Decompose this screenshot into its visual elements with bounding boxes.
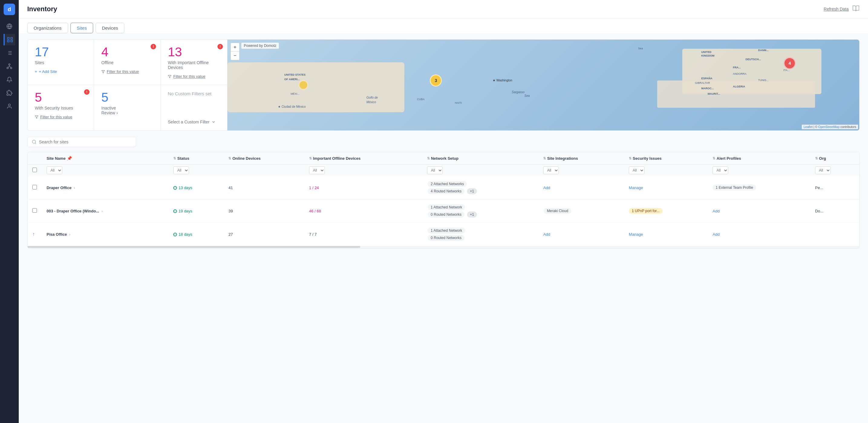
th-alerts: ⇅ Alert Profiles [708, 152, 810, 164]
row1-status: 13 days [168, 176, 223, 200]
filter-org-cell: All [810, 164, 859, 176]
sort-icon: ⇅ [713, 156, 715, 160]
filter-network-cell: All [422, 164, 538, 176]
filter-org-select[interactable]: All [815, 167, 831, 174]
svg-line-17 [9, 66, 11, 67]
row2-add-alert[interactable]: Add [713, 209, 719, 213]
row3-add-integration[interactable]: Add [543, 232, 550, 237]
map-attribution: Leaflet | © OpenStreetMap contributors [802, 125, 858, 129]
leaflet-link[interactable]: Leaflet [804, 125, 813, 129]
sidebar-item-puzzle[interactable] [4, 87, 15, 99]
th-checkbox [28, 152, 42, 164]
map-background: UNITED STATES OF AMERI... ★ Washington M… [227, 40, 859, 130]
map-cluster-us-east[interactable]: 3 [430, 74, 442, 87]
svg-rect-5 [10, 40, 12, 42]
row3-manage-security[interactable]: Manage [629, 232, 643, 237]
security-filter-button[interactable]: Filter for this value [35, 115, 87, 119]
status-online-icon [173, 233, 177, 236]
sites-count: 17 [35, 46, 87, 58]
row2-online: 39 [223, 200, 304, 223]
row2-checkbox[interactable] [32, 208, 37, 213]
svg-line-16 [7, 66, 9, 67]
sites-table: Site Name 📌 ⇅ Status [27, 152, 860, 249]
sidebar-item-bell[interactable] [4, 74, 15, 85]
row1-offline: 1 / 24 [304, 176, 422, 200]
sidebar-item-network[interactable] [4, 61, 15, 72]
sidebar-item-list[interactable] [4, 47, 15, 59]
security-alert-icon: ! [84, 89, 90, 95]
offline-filter-button[interactable]: Filter for this value [101, 69, 153, 74]
table-row: Draper Office › 13 days [28, 176, 859, 200]
tab-devices[interactable]: Devices [96, 23, 124, 33]
map-label-uk2: KINGDOM [701, 54, 715, 57]
svg-point-13 [7, 67, 8, 69]
stat-offline: ! 4 Offline Filter for this value [94, 40, 161, 85]
map-powered-label: Powered by Domotz [241, 43, 279, 49]
row3-name: Pisa Office › [42, 223, 168, 246]
sites-label: Sites [35, 60, 87, 65]
filter-status-select[interactable]: All [173, 167, 189, 174]
tab-organizations[interactable]: Organizations [27, 23, 68, 33]
svg-point-18 [8, 104, 10, 106]
review-button[interactable]: Review › [101, 111, 153, 115]
sidebar-item-inventory[interactable] [4, 34, 15, 46]
filter-alerts-select[interactable]: All [713, 167, 728, 174]
filter-security-select[interactable]: All [629, 167, 645, 174]
row3-org [810, 223, 859, 246]
row1-expand-icon[interactable]: › [74, 186, 75, 190]
search-icon [32, 140, 37, 144]
security-label: With Security Issues [35, 105, 87, 111]
select-all-checkbox[interactable] [32, 168, 37, 172]
horizontal-scrollbar[interactable] [28, 246, 859, 248]
filter-offline-select[interactable]: All [309, 167, 325, 174]
row2-org: Do... [810, 200, 859, 223]
row1-checkbox-cell [28, 176, 42, 200]
th-site-name: Site Name 📌 [42, 152, 168, 164]
row1-checkbox[interactable] [32, 185, 37, 189]
sort-icon: ⇅ [173, 156, 176, 160]
row3-add-alert[interactable]: Add [713, 232, 719, 237]
book-open-icon[interactable] [852, 5, 860, 13]
pin-icon: 📌 [67, 156, 72, 161]
refresh-button[interactable]: Refresh Data [824, 7, 849, 11]
map-label-cdmx: ★ Ciudad de México [278, 105, 306, 108]
add-site-button[interactable]: + + Add Site [35, 69, 87, 74]
filter-name-select[interactable]: All [46, 167, 62, 174]
map-cluster-europe[interactable]: 4 [784, 57, 796, 69]
sidebar-item-user[interactable] [4, 100, 15, 112]
row3-expand-icon[interactable]: › [69, 232, 70, 237]
zoom-out-button[interactable]: − [231, 52, 239, 60]
row2-integration: Meraki Cloud [538, 200, 624, 223]
page-title: Inventory [27, 5, 57, 13]
important-offline-filter-button[interactable]: Filter for this value [168, 74, 220, 79]
filter-network-select[interactable]: All [427, 167, 443, 174]
main-panel: Inventory Refresh Data Organizations Sit… [19, 0, 868, 423]
row1-manage-security[interactable]: Manage [629, 185, 643, 190]
map-container: UNITED STATES OF AMERI... ★ Washington M… [227, 40, 859, 130]
osm-link[interactable]: OpenStreetMap [818, 125, 840, 129]
map-label-sargasso2: Sea [524, 94, 530, 97]
filter-integration-select[interactable]: All [543, 167, 559, 174]
map-label-golfo2: México [367, 100, 376, 104]
important-offline-count: 13 [168, 46, 220, 58]
filter-icon [101, 70, 105, 73]
row2-security-badge[interactable]: 1 UPnP port for... [629, 208, 663, 214]
row2-network: 1 Attached Network 0 Routed Networks +1 [422, 200, 538, 223]
map-cluster-us-small[interactable] [299, 80, 308, 90]
app-logo[interactable]: d [4, 4, 15, 15]
svg-line-23 [35, 143, 36, 144]
row1-add-integration[interactable]: Add [543, 185, 550, 190]
header-actions: Refresh Data [824, 5, 860, 13]
search-input[interactable] [39, 140, 131, 144]
row2-alerts: Add [708, 200, 810, 223]
custom-filter-select[interactable]: Select a Custom Filter [168, 120, 220, 124]
th-network: ⇅ Network Setup [422, 152, 538, 164]
header: Inventory Refresh Data [19, 0, 868, 19]
tab-sites[interactable]: Sites [70, 23, 93, 33]
sidebar-item-globe[interactable] [4, 21, 15, 32]
zoom-in-button[interactable]: + [231, 43, 239, 52]
row2-checkbox-cell [28, 200, 42, 223]
row2-expand-icon[interactable]: › [102, 209, 103, 213]
svg-point-22 [32, 140, 36, 144]
row3-status-badge: 18 days [173, 232, 192, 237]
